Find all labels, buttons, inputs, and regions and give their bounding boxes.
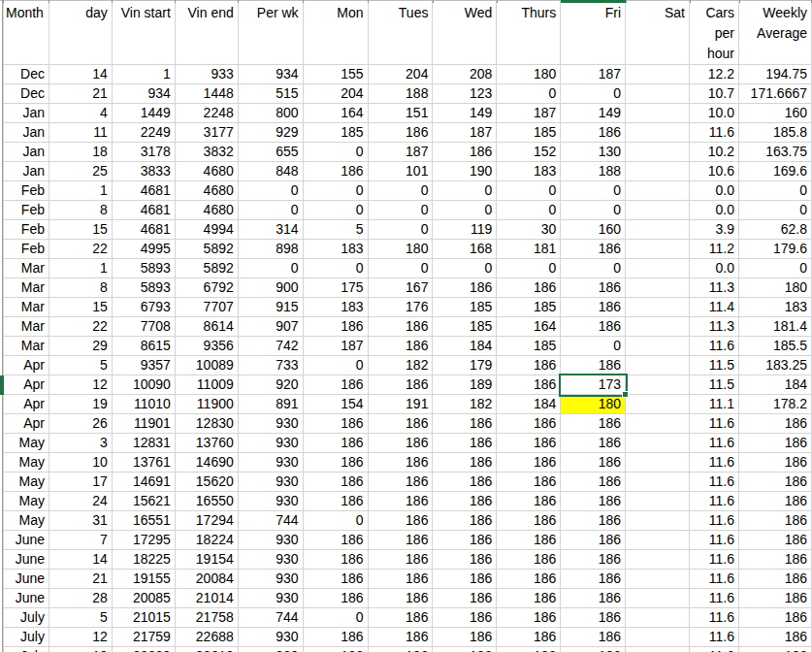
cell[interactable]: 186 — [369, 337, 434, 356]
cell[interactable]: 186 — [739, 511, 812, 531]
cell[interactable]: 186 — [739, 434, 812, 453]
cell[interactable]: 186 — [739, 589, 812, 608]
cell[interactable]: 194.75 — [739, 65, 812, 84]
cell[interactable]: 187 — [304, 337, 369, 356]
cell[interactable]: Jan — [4, 162, 49, 181]
cell[interactable]: 186 — [304, 414, 369, 434]
cell[interactable]: 13761 — [113, 453, 176, 473]
cell[interactable]: 186 — [497, 570, 561, 589]
cell[interactable]: 7708 — [113, 317, 176, 337]
cell[interactable]: 12 — [49, 375, 113, 395]
cell[interactable]: 186 — [433, 414, 497, 434]
cell[interactable]: 21 — [49, 570, 113, 589]
cell[interactable]: 848 — [239, 162, 304, 181]
cell[interactable]: 11.6 — [690, 550, 739, 570]
cell[interactable]: 185 — [433, 317, 497, 337]
cell[interactable]: Dec — [4, 84, 49, 104]
cell[interactable]: 151 — [369, 104, 434, 123]
cell[interactable] — [626, 531, 690, 550]
cell[interactable]: 175 — [304, 278, 369, 298]
cell[interactable]: 123 — [433, 84, 497, 104]
cell[interactable]: 186 — [369, 589, 434, 608]
selected-cell[interactable]: 180 — [561, 395, 626, 414]
cell[interactable]: 186 — [561, 628, 626, 647]
cell[interactable]: 11.3 — [690, 278, 739, 298]
cell[interactable]: 169.6 — [739, 162, 812, 181]
cell[interactable]: July — [4, 608, 49, 628]
cell[interactable]: 15 — [49, 220, 113, 240]
cell[interactable]: 186 — [304, 453, 369, 473]
cell[interactable]: 182 — [369, 356, 434, 375]
cell[interactable]: 1448 — [176, 84, 239, 104]
cell[interactable]: 11.5 — [690, 356, 739, 375]
cell[interactable]: 24 — [49, 492, 113, 511]
cell[interactable]: 186 — [497, 511, 561, 531]
cell[interactable]: 1449 — [113, 104, 176, 123]
cell[interactable]: 19 — [49, 647, 113, 652]
cell[interactable] — [626, 259, 690, 278]
cell[interactable] — [626, 453, 690, 473]
cell[interactable]: 11.6 — [690, 608, 739, 628]
cell[interactable]: 933 — [176, 65, 239, 84]
cell[interactable]: 186 — [369, 453, 434, 473]
cell[interactable]: 14690 — [176, 453, 239, 473]
cell[interactable]: 20084 — [176, 570, 239, 589]
cell[interactable]: 186 — [739, 550, 812, 570]
cell[interactable]: 186 — [369, 531, 434, 550]
cell[interactable]: June — [4, 550, 49, 570]
cell[interactable]: 186 — [561, 608, 626, 628]
cell[interactable]: 186 — [304, 434, 369, 453]
cell[interactable]: 190 — [433, 162, 497, 181]
cell[interactable]: June — [4, 531, 49, 550]
cell[interactable]: 11.6 — [690, 453, 739, 473]
cell[interactable]: 16550 — [176, 492, 239, 511]
cell[interactable]: 186 — [433, 570, 497, 589]
cell[interactable]: 15620 — [176, 473, 239, 492]
cell[interactable]: 0 — [369, 181, 434, 201]
cell[interactable]: 181.4 — [739, 317, 812, 337]
cell[interactable]: July — [4, 628, 49, 647]
cell[interactable]: 149 — [433, 104, 497, 123]
cell[interactable]: 891 — [239, 395, 304, 414]
cell[interactable]: 180 — [369, 240, 434, 259]
cell[interactable]: 186 — [433, 608, 497, 628]
cell[interactable]: 160 — [561, 220, 626, 240]
cell[interactable]: 0 — [561, 259, 626, 278]
cell[interactable] — [626, 104, 690, 123]
cell[interactable]: 21015 — [113, 608, 176, 628]
cell[interactable]: 21758 — [176, 608, 239, 628]
cell[interactable]: 186 — [369, 123, 434, 143]
cell[interactable]: 0 — [433, 259, 497, 278]
cell[interactable]: 0.0 — [690, 201, 739, 220]
cell[interactable]: 186 — [561, 589, 626, 608]
cell[interactable]: 5 — [49, 608, 113, 628]
cell[interactable]: 930 — [239, 531, 304, 550]
cell[interactable] — [626, 414, 690, 434]
cell[interactable]: 186 — [304, 162, 369, 181]
cell[interactable]: 186 — [369, 317, 434, 337]
cell[interactable]: 11.6 — [690, 647, 739, 652]
cell[interactable]: 186 — [304, 492, 369, 511]
cell[interactable]: 3832 — [176, 143, 239, 162]
cell[interactable]: 0 — [497, 84, 561, 104]
cell[interactable]: 183 — [304, 240, 369, 259]
cell[interactable]: 186 — [739, 647, 812, 652]
cell[interactable]: 930 — [239, 550, 304, 570]
cell[interactable]: 186 — [561, 550, 626, 570]
cell[interactable]: 934 — [113, 84, 176, 104]
cell[interactable]: 1 — [49, 181, 113, 201]
cell[interactable]: 186 — [497, 608, 561, 628]
cell[interactable]: 17294 — [176, 511, 239, 531]
cell[interactable]: June — [4, 589, 49, 608]
cell[interactable]: 744 — [239, 608, 304, 628]
cell[interactable]: 12831 — [113, 434, 176, 453]
cell[interactable]: Apr — [4, 395, 49, 414]
cell[interactable]: 185.8 — [739, 123, 812, 143]
cell[interactable]: 186 — [561, 492, 626, 511]
cell[interactable]: 186 — [561, 356, 626, 375]
cell[interactable]: 8 — [49, 201, 113, 220]
cell[interactable]: 10.2 — [690, 143, 739, 162]
cell[interactable]: 186 — [497, 453, 561, 473]
cell[interactable]: 0 — [739, 181, 812, 201]
cell[interactable]: 4994 — [176, 220, 239, 240]
